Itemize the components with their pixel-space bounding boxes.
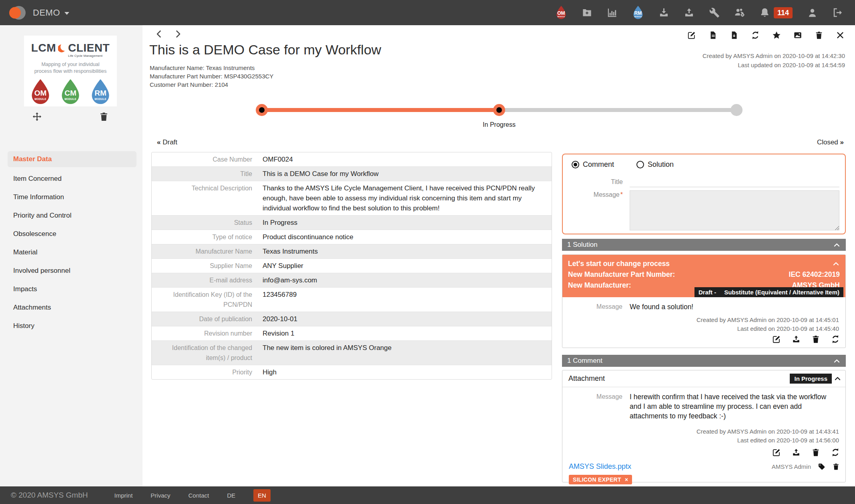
imprint-link[interactable]: Imprint (114, 492, 132, 499)
favorite-icon[interactable] (772, 31, 781, 40)
workspace-name: DEMO (33, 8, 60, 18)
sidebar-item-time-information[interactable]: Time Information (8, 188, 136, 206)
comment-status-badge: In Progress (790, 374, 832, 384)
collapse-solutions-icon[interactable] (833, 241, 841, 249)
rm-module-icon[interactable]: RM MODULE (632, 5, 644, 20)
double-chevron-right-icon: » (840, 138, 844, 146)
comment-radio[interactable]: Comment (572, 160, 614, 169)
export-pdf-icon[interactable] (730, 31, 739, 40)
edit-solution-icon[interactable] (772, 335, 781, 344)
rm-module-abbr: RM (632, 11, 644, 16)
language-en-button[interactable]: EN (253, 489, 271, 502)
logout-icon[interactable] (832, 7, 843, 18)
privacy-link[interactable]: Privacy (151, 492, 170, 499)
created-timestamp: Created by AMSYS Admin on 2020-10-09 at … (702, 51, 845, 60)
sidebar-item-item-concerned[interactable]: Item Concerned (8, 170, 136, 188)
solution-actions (772, 335, 840, 344)
sidebar-item-involved-personnel[interactable]: Involved personnel (8, 262, 136, 280)
export-doc-icon[interactable] (708, 31, 717, 40)
solution-message-text: We found a solution! (630, 302, 845, 312)
language-de-button[interactable]: DE (227, 492, 235, 499)
comment-title-input[interactable] (630, 178, 839, 187)
tag-icon[interactable] (818, 463, 825, 470)
om-module-icon[interactable]: OM MODULE (555, 5, 567, 20)
sidebar-item-priority-and-control[interactable]: Priority and Control (8, 206, 136, 225)
upload-icon[interactable] (684, 7, 694, 18)
delete-logo-icon[interactable] (99, 112, 109, 122)
stage-prev-link[interactable]: « Draft (157, 138, 177, 146)
stage-next-link[interactable]: Closed » (817, 138, 844, 146)
edit-comment-icon[interactable] (772, 448, 781, 457)
solution-radio[interactable]: Solution (636, 160, 674, 169)
comment-title: Attachment (568, 374, 605, 383)
solution-message-label: Message (562, 302, 622, 312)
download-icon[interactable] (658, 7, 669, 18)
comment-actions (772, 448, 840, 457)
sidebar-item-attachments[interactable]: Attachments (8, 298, 136, 317)
collapse-comment-card-icon[interactable] (834, 375, 841, 382)
app-window: DEMO OM MODULE RM MODULE 114 (0, 0, 855, 504)
folder-plus-icon[interactable] (582, 7, 592, 18)
forward-button[interactable] (173, 29, 183, 39)
refresh-solution-icon[interactable] (831, 335, 840, 344)
solution-card-header: Let's start our change process New Manuf… (562, 255, 845, 297)
contact-link[interactable]: Contact (189, 492, 209, 499)
notifications-button[interactable]: 114 (759, 7, 793, 18)
refresh-icon[interactable] (751, 31, 760, 40)
upload-comment-icon[interactable] (792, 448, 801, 457)
attachment-owner: AMSYS Admin (772, 463, 811, 470)
solution-section-header[interactable]: 1 Solution (562, 239, 846, 251)
delete-case-icon[interactable] (815, 31, 823, 40)
new-feedback-form: Comment Solution Title Message* (562, 154, 846, 234)
collapse-solution-card-icon[interactable] (832, 260, 840, 268)
delete-solution-icon[interactable] (811, 335, 820, 344)
title-field-label: Title (563, 178, 623, 186)
radio-selected-icon (572, 161, 579, 168)
logo-lcm-text: LCM (31, 42, 56, 54)
table-row: Identification Key (ID) of the PCN/PDN12… (152, 287, 552, 312)
delete-attachment-icon[interactable] (832, 463, 840, 470)
move-icon[interactable] (32, 112, 42, 122)
logo-client-text: CLIENT (68, 42, 110, 54)
workspace-selector[interactable]: DEMO (33, 8, 69, 18)
table-row: Supplier NameANY Supplier (152, 258, 552, 273)
notification-count-badge: 114 (774, 7, 793, 18)
comment-message-textarea[interactable] (630, 190, 839, 230)
upload-solution-icon[interactable] (792, 335, 801, 344)
attachment-file-link[interactable]: AMSYS Slides.pptx (569, 462, 631, 471)
back-button[interactable] (155, 29, 164, 39)
timeline-dot-in-progress[interactable] (493, 104, 505, 116)
timeline-dot-closed[interactable] (731, 104, 743, 116)
wrench-icon[interactable] (709, 7, 720, 18)
customer-part-line: Customer Part Number: 2104 (150, 80, 273, 89)
om-module-abbr: OM (555, 11, 567, 16)
silicon-expert-tag: SILICON EXPERT × (569, 475, 632, 484)
timeline-dot-draft[interactable] (256, 104, 268, 116)
solution-meta: Created by AMSYS Admin on 2020-10-09 at … (696, 316, 839, 333)
refresh-comment-icon[interactable] (831, 448, 840, 457)
om-module-badge: OM MODULE (29, 78, 52, 106)
image-icon[interactable] (793, 31, 802, 40)
sidebar-item-obsolescence[interactable]: Obsolescence (8, 225, 136, 243)
sidebar-item-history[interactable]: History (8, 317, 136, 335)
solution-title: Let's start our change process (568, 258, 670, 269)
chart-icon[interactable] (607, 7, 618, 18)
delete-comment-icon[interactable] (811, 448, 820, 457)
edit-case-icon[interactable] (687, 31, 696, 40)
bell-icon (759, 7, 770, 18)
profile-icon[interactable] (807, 7, 818, 18)
logo-tagline: Mapping of your individual process flow … (34, 61, 107, 75)
comment-card-body: Message I herewith confirm that I have r… (562, 387, 845, 482)
message-field-label: Message* (563, 190, 623, 199)
sidebar-item-material[interactable]: Material (8, 243, 136, 262)
app-logo-icon[interactable] (8, 4, 26, 22)
user-admin-icon[interactable] (734, 7, 745, 18)
table-row: Type of noticeProduct discontinuance not… (152, 230, 552, 244)
comment-section-header[interactable]: 1 Comment (562, 355, 846, 367)
remove-tag-icon[interactable]: × (625, 476, 628, 483)
sidebar-item-master-data[interactable]: Master Data (8, 151, 136, 167)
required-mark: * (620, 191, 623, 198)
sidebar-item-impacts[interactable]: Impacts (8, 280, 136, 298)
close-case-icon[interactable] (836, 31, 845, 40)
collapse-comments-icon[interactable] (833, 357, 841, 365)
